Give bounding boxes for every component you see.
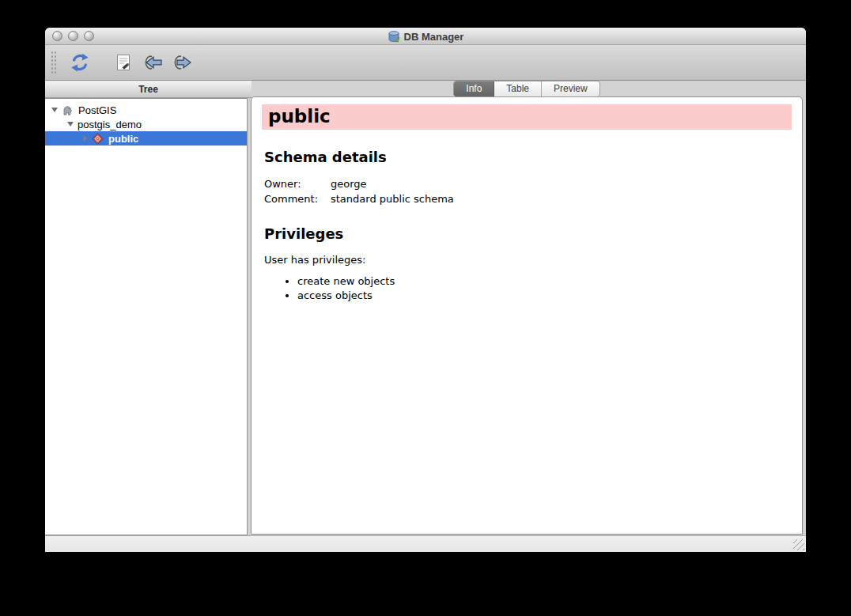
privileges-intro: User has privileges: [264,254,792,266]
tree-item-label: postgis_demo [78,119,142,130]
titlebar[interactable]: DB Manager [45,28,806,45]
db-manager-icon [388,30,400,43]
db-manager-window: DB Manager [45,28,806,552]
table-row: Owner: george [264,176,454,191]
tree-item-public[interactable]: public [45,131,247,145]
owner-value: george [331,176,454,191]
schema-name: public [268,106,331,127]
tab-control: Info Table Preview [453,81,599,97]
list-item: access objects [297,289,792,301]
comment-value: standard public schema [331,191,454,206]
expand-arrow-icon[interactable] [51,108,58,112]
refresh-icon [70,52,90,73]
tab-bar: Info Table Preview [251,81,803,97]
collapse-arrow-icon[interactable] [83,135,88,142]
tree-view[interactable]: PostGIS postgis_demo [45,98,248,535]
tree-dock-title[interactable]: Tree [45,81,252,98]
tree-dock: Tree PostGIS postgis_demo [45,81,252,535]
privileges-heading: Privileges [264,225,792,242]
export-file-button[interactable] [169,50,195,75]
info-panel[interactable]: public Schema details Owner: george Comm… [251,96,803,535]
tree-item-postgis-demo[interactable]: postgis_demo [45,117,247,131]
owner-label: Owner: [264,176,331,191]
tab-table[interactable]: Table [494,81,542,96]
sql-window-icon [114,53,133,72]
import-layer-icon [142,52,164,73]
postgis-icon [62,104,74,116]
schema-details-table: Owner: george Comment: standard public s… [264,176,454,206]
tab-preview[interactable]: Preview [542,81,599,96]
import-layer-button[interactable] [140,50,165,75]
toolbar-drag-handle[interactable] [50,50,56,75]
title-wrap: DB Manager [45,28,806,45]
comment-label: Comment: [264,191,331,206]
status-bar [45,535,806,552]
export-file-icon [171,52,193,73]
resize-grip-icon[interactable] [793,539,804,550]
tree-item-label: PostGIS [78,104,116,116]
toolbar [45,45,806,81]
schema-name-banner: public [262,104,792,130]
traffic-lights [52,31,94,41]
zoom-button[interactable] [84,31,94,41]
expand-arrow-icon[interactable] [67,122,74,127]
privileges-list: create new objects access objects [262,275,792,301]
tree-item-postgis[interactable]: PostGIS [45,103,247,117]
tree-item-label: public [108,133,138,145]
schema-details-heading: Schema details [264,149,792,165]
minimize-button[interactable] [68,31,78,41]
tab-info[interactable]: Info [454,81,494,96]
sql-window-button[interactable] [111,50,136,75]
main-area: Tree PostGIS postgis_demo [45,81,806,535]
list-item: create new objects [297,275,792,287]
schema-icon [92,133,104,145]
window-title: DB Manager [404,31,464,43]
table-row: Comment: standard public schema [264,191,454,206]
close-button[interactable] [52,31,62,41]
refresh-button[interactable] [67,50,93,75]
